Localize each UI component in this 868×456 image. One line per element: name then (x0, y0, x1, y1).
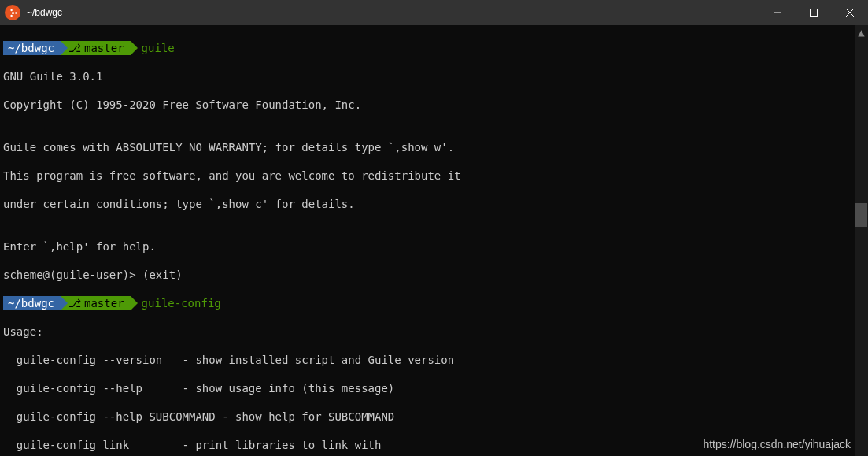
terminal[interactable]: ~/bdwgc⎇masterguile GNU Guile 3.0.1 Copy… (0, 25, 868, 456)
output-line: This program is free software, and you a… (3, 169, 865, 183)
output-line: GNU Guile 3.0.1 (3, 69, 865, 83)
svg-point-0 (11, 11, 13, 13)
svg-point-3 (10, 14, 12, 16)
prompt-line: ~/bdwgc⎇masterguile (3, 41, 865, 55)
command-text: guile-config (142, 297, 221, 310)
output-line: Guile comes with ABSOLUTELY NO WARRANTY;… (3, 140, 865, 154)
titlebar: ~/bdwgc (0, 0, 868, 25)
scrollbar-thumb[interactable] (855, 203, 867, 227)
close-button[interactable] (832, 0, 868, 25)
ubuntu-icon (5, 5, 20, 20)
git-branch-icon: ⎇ (68, 42, 81, 54)
minimize-button[interactable] (759, 0, 796, 25)
prompt-line: ~/bdwgc⎇masterguile-config (3, 296, 865, 310)
prompt-path: ~/bdwgc (3, 296, 61, 310)
maximize-button[interactable] (796, 0, 832, 25)
output-line: scheme@(guile-user)> (exit) (3, 268, 865, 282)
command-text: guile (142, 42, 175, 54)
scrollbar[interactable]: ▲ (855, 25, 868, 456)
svg-rect-5 (811, 9, 818, 17)
window-title: ~/bdwgc (27, 7, 759, 18)
window-controls (759, 0, 868, 25)
output-line: guile-config --help - show usage info (t… (3, 381, 865, 395)
scroll-up-icon[interactable]: ▲ (855, 25, 868, 39)
output-line: Copyright (C) 1995-2020 Free Software Fo… (3, 98, 865, 112)
output-line: guile-config --version - show installed … (3, 353, 865, 367)
watermark: https://blog.csdn.net/yihuajack (703, 437, 851, 451)
prompt-path: ~/bdwgc (3, 41, 61, 55)
git-branch-icon: ⎇ (68, 297, 81, 310)
prompt-branch: ⎇master (61, 41, 131, 55)
svg-point-2 (10, 9, 12, 10)
prompt-branch: ⎇master (61, 296, 131, 310)
output-line: under certain conditions; type `,show c'… (3, 197, 865, 211)
svg-point-1 (15, 12, 17, 13)
output-line: Enter `,help' for help. (3, 239, 865, 254)
output-line: guile-config --help SUBCOMMAND - show he… (3, 410, 865, 424)
output-line: Usage: (3, 324, 865, 339)
